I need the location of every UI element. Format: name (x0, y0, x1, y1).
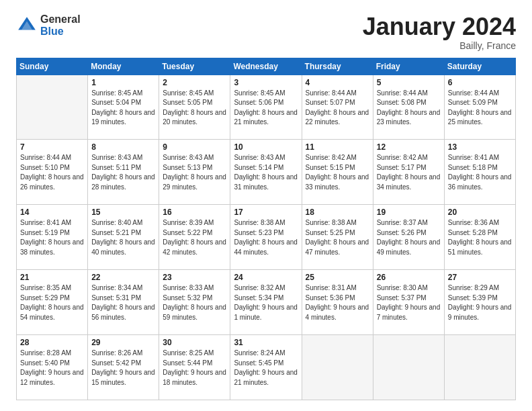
day-number-18: 18 (306, 208, 369, 217)
day-info-29: Sunrise: 8:26 AM Sunset: 5:42 PM Dayligh… (91, 349, 155, 387)
logo-text: General Blue (40, 13, 81, 37)
day-info-8: Sunrise: 8:43 AM Sunset: 5:11 PM Dayligh… (91, 153, 155, 192)
calendar-cell-w1-d7: 6Sunrise: 8:44 AM Sunset: 5:09 PM Daylig… (444, 75, 515, 140)
day-info-5: Sunrise: 8:44 AM Sunset: 5:08 PM Dayligh… (377, 89, 441, 128)
calendar-cell-w3-d3: 16Sunrise: 8:39 AM Sunset: 5:22 PM Dayli… (159, 205, 230, 270)
calendar-cell-w4-d5: 25Sunrise: 8:31 AM Sunset: 5:36 PM Dayli… (302, 270, 373, 335)
day-number-7: 7 (20, 142, 84, 152)
calendar-week-3: 14Sunrise: 8:41 AM Sunset: 5:19 PM Dayli… (17, 205, 516, 270)
day-number-14: 14 (20, 208, 84, 217)
day-info-9: Sunrise: 8:43 AM Sunset: 5:13 PM Dayligh… (163, 153, 226, 192)
day-info-12: Sunrise: 8:42 AM Sunset: 5:17 PM Dayligh… (377, 153, 441, 192)
calendar-cell-w4-d4: 24Sunrise: 8:32 AM Sunset: 5:34 PM Dayli… (230, 270, 302, 335)
header-monday: Monday (88, 58, 159, 75)
logo-icon (16, 15, 38, 36)
day-info-11: Sunrise: 8:42 AM Sunset: 5:15 PM Dayligh… (306, 153, 369, 192)
calendar-header-row: Sunday Monday Tuesday Wednesday Thursday… (17, 58, 516, 75)
day-number-24: 24 (234, 273, 298, 282)
calendar-cell-w2-d1: 7Sunrise: 8:44 AM Sunset: 5:10 PM Daylig… (17, 140, 88, 205)
calendar-cell-w5-d7 (444, 335, 515, 400)
day-number-30: 30 (163, 338, 226, 347)
logo: General Blue (16, 13, 81, 37)
day-number-22: 22 (91, 273, 155, 282)
day-number-27: 27 (448, 273, 512, 282)
calendar-cell-w1-d5: 4Sunrise: 8:44 AM Sunset: 5:07 PM Daylig… (302, 75, 373, 140)
day-info-27: Sunrise: 8:29 AM Sunset: 5:39 PM Dayligh… (448, 283, 512, 322)
day-number-15: 15 (91, 208, 155, 217)
day-info-13: Sunrise: 8:41 AM Sunset: 5:18 PM Dayligh… (448, 153, 512, 192)
day-info-18: Sunrise: 8:38 AM Sunset: 5:25 PM Dayligh… (306, 218, 369, 257)
logo-general-text: General (40, 13, 81, 26)
calendar-cell-w1-d1 (17, 75, 88, 140)
day-number-16: 16 (163, 208, 226, 217)
day-number-28: 28 (20, 338, 84, 347)
calendar-cell-w1-d4: 3Sunrise: 8:45 AM Sunset: 5:06 PM Daylig… (230, 75, 302, 140)
calendar-cell-w5-d6 (373, 335, 444, 400)
calendar-cell-w5-d4: 31Sunrise: 8:24 AM Sunset: 5:45 PM Dayli… (230, 335, 302, 400)
location-subtitle: Bailly, France (363, 40, 516, 51)
header-friday: Friday (373, 58, 444, 75)
day-number-10: 10 (234, 142, 298, 152)
calendar-cell-w3-d1: 14Sunrise: 8:41 AM Sunset: 5:19 PM Dayli… (17, 205, 88, 270)
calendar-cell-w3-d4: 17Sunrise: 8:38 AM Sunset: 5:23 PM Dayli… (230, 205, 302, 270)
calendar-cell-w1-d3: 2Sunrise: 8:45 AM Sunset: 5:05 PM Daylig… (159, 75, 230, 140)
day-number-1: 1 (91, 78, 155, 87)
title-block: January 2024 Bailly, France (363, 13, 516, 51)
day-number-11: 11 (306, 142, 369, 152)
day-number-13: 13 (448, 142, 512, 152)
calendar-cell-w4-d3: 23Sunrise: 8:33 AM Sunset: 5:32 PM Dayli… (159, 270, 230, 335)
day-info-6: Sunrise: 8:44 AM Sunset: 5:09 PM Dayligh… (448, 89, 512, 128)
calendar-week-2: 7Sunrise: 8:44 AM Sunset: 5:10 PM Daylig… (17, 140, 516, 205)
calendar-cell-w4-d1: 21Sunrise: 8:35 AM Sunset: 5:29 PM Dayli… (17, 270, 88, 335)
calendar-cell-w3-d2: 15Sunrise: 8:40 AM Sunset: 5:21 PM Dayli… (88, 205, 159, 270)
calendar-cell-w1-d6: 5Sunrise: 8:44 AM Sunset: 5:08 PM Daylig… (373, 75, 444, 140)
day-info-16: Sunrise: 8:39 AM Sunset: 5:22 PM Dayligh… (163, 218, 226, 257)
day-number-20: 20 (448, 208, 512, 217)
day-number-25: 25 (306, 273, 369, 282)
calendar-week-4: 21Sunrise: 8:35 AM Sunset: 5:29 PM Dayli… (17, 270, 516, 335)
calendar-cell-w5-d1: 28Sunrise: 8:28 AM Sunset: 5:40 PM Dayli… (17, 335, 88, 400)
day-number-29: 29 (91, 338, 155, 347)
calendar-cell-w5-d5 (302, 335, 373, 400)
day-number-31: 31 (234, 338, 298, 347)
day-info-19: Sunrise: 8:37 AM Sunset: 5:26 PM Dayligh… (377, 218, 441, 257)
calendar-cell-w1-d2: 1Sunrise: 8:45 AM Sunset: 5:04 PM Daylig… (88, 75, 159, 140)
calendar-cell-w2-d7: 13Sunrise: 8:41 AM Sunset: 5:18 PM Dayli… (444, 140, 515, 205)
day-info-26: Sunrise: 8:30 AM Sunset: 5:37 PM Dayligh… (377, 283, 441, 322)
day-info-2: Sunrise: 8:45 AM Sunset: 5:05 PM Dayligh… (163, 89, 226, 128)
calendar-cell-w3-d7: 20Sunrise: 8:36 AM Sunset: 5:28 PM Dayli… (444, 205, 515, 270)
header-thursday: Thursday (302, 58, 373, 75)
calendar-cell-w2-d5: 11Sunrise: 8:42 AM Sunset: 5:15 PM Dayli… (302, 140, 373, 205)
calendar-week-5: 28Sunrise: 8:28 AM Sunset: 5:40 PM Dayli… (17, 335, 516, 400)
day-number-4: 4 (306, 78, 369, 87)
day-number-17: 17 (234, 208, 298, 217)
day-number-3: 3 (234, 78, 298, 87)
calendar-cell-w2-d3: 9Sunrise: 8:43 AM Sunset: 5:13 PM Daylig… (159, 140, 230, 205)
day-info-31: Sunrise: 8:24 AM Sunset: 5:45 PM Dayligh… (234, 349, 298, 387)
day-number-6: 6 (448, 78, 512, 87)
header-wednesday: Wednesday (230, 58, 302, 75)
day-info-20: Sunrise: 8:36 AM Sunset: 5:28 PM Dayligh… (448, 218, 512, 257)
day-info-25: Sunrise: 8:31 AM Sunset: 5:36 PM Dayligh… (306, 283, 369, 322)
day-number-2: 2 (163, 78, 226, 87)
header-saturday: Saturday (444, 58, 515, 75)
day-number-5: 5 (377, 78, 441, 87)
calendar-cell-w5-d2: 29Sunrise: 8:26 AM Sunset: 5:42 PM Dayli… (88, 335, 159, 400)
day-number-26: 26 (377, 273, 441, 282)
calendar-cell-w4-d6: 26Sunrise: 8:30 AM Sunset: 5:37 PM Dayli… (373, 270, 444, 335)
calendar-cell-w5-d3: 30Sunrise: 8:25 AM Sunset: 5:44 PM Dayli… (159, 335, 230, 400)
calendar-cell-w4-d2: 22Sunrise: 8:34 AM Sunset: 5:31 PM Dayli… (88, 270, 159, 335)
day-info-1: Sunrise: 8:45 AM Sunset: 5:04 PM Dayligh… (91, 89, 155, 128)
day-info-7: Sunrise: 8:44 AM Sunset: 5:10 PM Dayligh… (20, 153, 84, 192)
day-info-4: Sunrise: 8:44 AM Sunset: 5:07 PM Dayligh… (306, 89, 369, 128)
calendar-cell-w3-d6: 19Sunrise: 8:37 AM Sunset: 5:26 PM Dayli… (373, 205, 444, 270)
header-sunday: Sunday (17, 58, 88, 75)
calendar-cell-w2-d2: 8Sunrise: 8:43 AM Sunset: 5:11 PM Daylig… (88, 140, 159, 205)
day-info-30: Sunrise: 8:25 AM Sunset: 5:44 PM Dayligh… (163, 349, 226, 387)
calendar-cell-w2-d6: 12Sunrise: 8:42 AM Sunset: 5:17 PM Dayli… (373, 140, 444, 205)
day-info-23: Sunrise: 8:33 AM Sunset: 5:32 PM Dayligh… (163, 283, 226, 322)
page: General Blue January 2024 Bailly, France… (0, 0, 532, 411)
day-number-23: 23 (163, 273, 226, 282)
calendar-cell-w4-d7: 27Sunrise: 8:29 AM Sunset: 5:39 PM Dayli… (444, 270, 515, 335)
day-info-17: Sunrise: 8:38 AM Sunset: 5:23 PM Dayligh… (234, 218, 298, 257)
